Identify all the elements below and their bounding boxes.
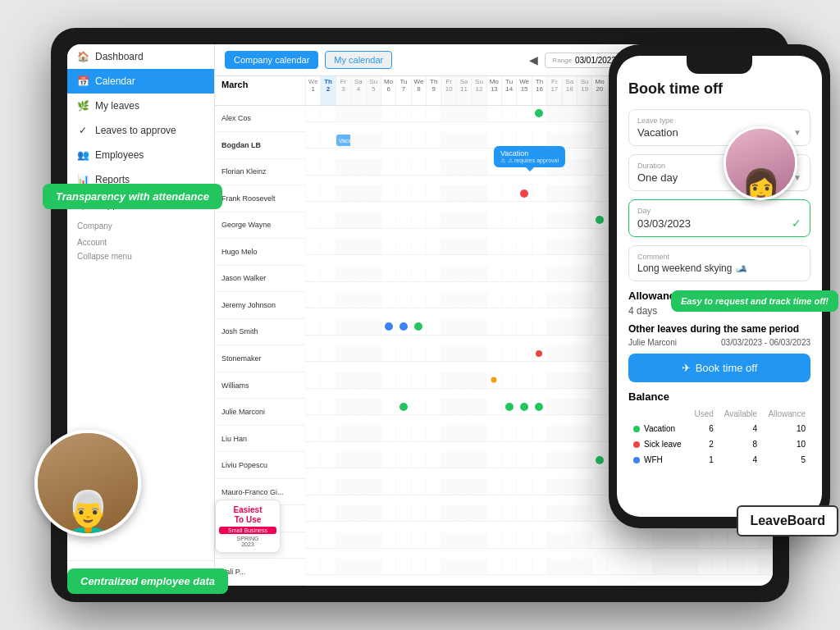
sidebar-item-company[interactable]: Company: [67, 217, 214, 235]
cell: [471, 106, 486, 122]
employee-row-george[interactable]: George Wayne: [215, 212, 305, 240]
g2-season: SPRING 2023: [219, 536, 276, 547]
sidebar-item-collapse[interactable]: Collapse menu: [67, 249, 214, 263]
cell: [395, 319, 410, 336]
cell: [516, 106, 531, 122]
cell: [456, 132, 471, 148]
cell: [667, 559, 682, 575]
cell: [516, 212, 531, 229]
balance-dot: [633, 426, 640, 432]
sidebar-label-calendar: Calendar: [95, 75, 135, 87]
day-header-14: Tu14: [501, 76, 516, 106]
cell: [395, 185, 410, 202]
sidebar-item-employees[interactable]: 👥 Employees: [67, 143, 214, 167]
cell: [411, 559, 426, 575]
cell: [577, 559, 591, 575]
employee-row-liu[interactable]: Liu Han: [215, 426, 305, 453]
cell: [426, 345, 441, 362]
cell: [486, 345, 501, 362]
cell: [456, 345, 471, 362]
cell: [637, 532, 652, 549]
cell: [411, 532, 426, 549]
cell: [591, 132, 606, 148]
cell: [320, 185, 335, 202]
cell: [441, 345, 455, 362]
cell: [320, 319, 335, 336]
cell: [471, 479, 486, 495]
my-calendar-tab[interactable]: My calendar: [325, 51, 392, 69]
cell: [501, 239, 516, 255]
cell: [336, 559, 350, 575]
employee-row-vali[interactable]: Vali P...: [215, 559, 305, 586]
employee-row-alex-cos[interactable]: Alex Cos: [215, 106, 305, 133]
cell: [591, 532, 606, 549]
employee-row-bogdan-lb[interactable]: Bogdan LB: [215, 132, 305, 159]
cell: [742, 559, 757, 575]
sidebar-item-my-leaves[interactable]: 🌿 My leaves: [67, 94, 214, 118]
cell: [591, 345, 606, 362]
cell: [516, 399, 531, 415]
cell: [336, 505, 350, 522]
sidebar-item-calendar[interactable]: 📅 Calendar: [67, 69, 214, 94]
book-time-off-button[interactable]: ✈ Book time off: [628, 354, 810, 382]
employee-row-williams[interactable]: Williams: [215, 372, 305, 399]
prev-month-button[interactable]: ◀: [526, 53, 541, 66]
cell: [366, 266, 381, 282]
cell: [532, 239, 546, 255]
cell: [516, 132, 531, 148]
cell: [501, 345, 516, 362]
day-header-12: Su12: [471, 76, 486, 106]
employee-row-julie[interactable]: Julie Marconi: [215, 399, 305, 426]
cell: [411, 319, 426, 336]
cell: [622, 532, 637, 549]
employee-row-jason[interactable]: Jason Walker: [215, 266, 305, 293]
balance-allowance: 5: [762, 453, 809, 467]
cell: [577, 212, 591, 229]
cell: [486, 132, 501, 148]
employee-row-josh[interactable]: Josh Smith: [215, 319, 305, 346]
tablet-frame: 🏠 Dashboard 📅 Calendar 🌿 My leaves ✓ Lea…: [51, 28, 789, 602]
day-header-4: Sa4: [350, 76, 365, 106]
cell: [411, 159, 426, 176]
sidebar-item-account[interactable]: Account: [67, 235, 214, 249]
employee-row-stonemaker[interactable]: Stonemaker: [215, 345, 305, 372]
sidebar-item-leaves-approve[interactable]: ✓ Leaves to approve: [67, 118, 214, 143]
employee-row-jeremy[interactable]: Jeremy Johnson: [215, 292, 305, 319]
cell: [516, 372, 531, 389]
cell: [546, 345, 561, 362]
company-calendar-tab[interactable]: Company calendar: [225, 51, 318, 69]
day-field[interactable]: Day 03/03/2023 ✓: [628, 199, 810, 237]
cell: [501, 185, 516, 202]
cell: [501, 319, 516, 336]
balance-type-cell: Sick leave: [630, 437, 688, 451]
employee-row-florian[interactable]: Florian Kleinz: [215, 159, 305, 186]
cell: [350, 505, 365, 522]
cell: [305, 532, 320, 549]
cell: [546, 559, 561, 575]
employee-row-frank[interactable]: Frank Roosevelt: [215, 185, 305, 212]
cell: [546, 426, 561, 442]
cell: [591, 239, 606, 255]
cell: [456, 106, 471, 122]
cell: [366, 345, 381, 362]
cell: [562, 426, 577, 442]
cell: [471, 345, 486, 362]
cell: [441, 399, 455, 415]
cell: [336, 345, 350, 362]
cell: [305, 505, 320, 522]
employee-row-hugo[interactable]: Hugo Melo: [215, 239, 305, 266]
employee-row-liviu[interactable]: Liviu Popescu: [215, 452, 305, 479]
cell: [471, 185, 486, 202]
cell: [516, 345, 531, 362]
cell: [577, 452, 591, 468]
cell: [471, 132, 486, 148]
balance-col-type: [630, 408, 688, 420]
sidebar-item-dashboard[interactable]: 🏠 Dashboard: [67, 44, 214, 69]
cell: [305, 212, 320, 229]
cell: [411, 399, 426, 415]
cell: [366, 505, 381, 522]
comment-field[interactable]: Comment Long weekend skying 🎿: [628, 245, 810, 281]
cell: [532, 559, 546, 575]
cell: [562, 372, 577, 389]
cell: [381, 479, 395, 495]
